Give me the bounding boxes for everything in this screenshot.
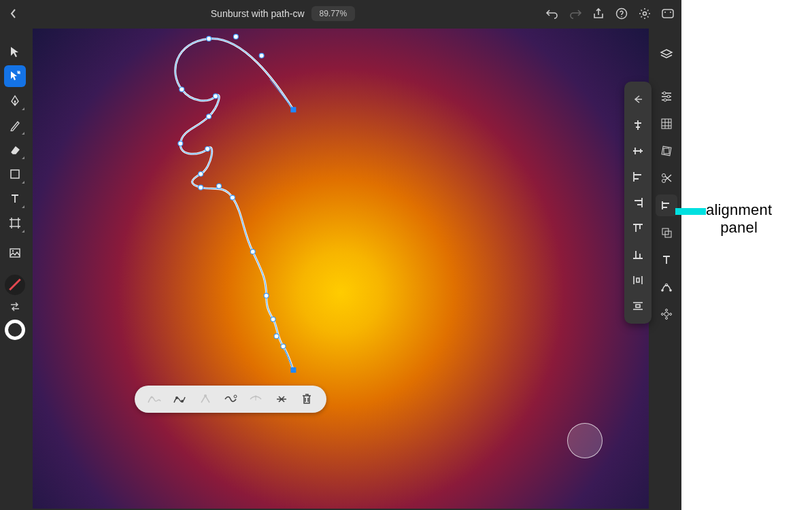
share-button[interactable] <box>592 7 605 20</box>
align-bottom-icon[interactable] <box>628 242 648 267</box>
svg-point-22 <box>199 171 203 176</box>
grid-icon[interactable] <box>656 113 677 135</box>
arrow-left-icon[interactable] <box>628 87 648 112</box>
join-btn[interactable] <box>197 390 214 408</box>
precision-icon[interactable] <box>656 140 677 162</box>
canvas-wrap <box>30 27 652 510</box>
svg-point-5 <box>670 12 671 13</box>
svg-point-20 <box>178 141 183 146</box>
direct-select-tool[interactable] <box>4 65 26 87</box>
align-horizontal-center2-icon[interactable] <box>628 139 648 163</box>
pathfinder-icon[interactable] <box>656 222 677 243</box>
svg-rect-31 <box>290 107 296 112</box>
main-area <box>0 27 681 510</box>
svg-point-27 <box>264 293 269 298</box>
alignment-panel <box>624 82 652 324</box>
svg-point-4 <box>664 12 666 13</box>
svg-rect-44 <box>664 148 669 154</box>
svg-point-16 <box>259 53 264 58</box>
svg-rect-43 <box>662 146 671 156</box>
distribute-horizontal-icon[interactable] <box>628 268 648 292</box>
undo-button[interactable] <box>545 7 559 20</box>
svg-rect-10 <box>10 249 20 257</box>
annotation-text-2: panel <box>706 219 772 237</box>
stroke-swatch[interactable] <box>5 320 25 340</box>
scissors-icon[interactable] <box>656 167 677 189</box>
remove-anchor-btn[interactable] <box>273 390 290 408</box>
settings-button[interactable] <box>638 7 652 20</box>
text-tool[interactable] <box>4 188 26 209</box>
svg-point-41 <box>664 99 666 101</box>
back-button[interactable] <box>7 8 20 19</box>
svg-point-1 <box>621 16 622 18</box>
svg-point-54 <box>666 318 668 320</box>
align-right-icon[interactable] <box>628 190 648 215</box>
svg-point-46 <box>662 180 666 183</box>
svg-point-40 <box>667 95 670 98</box>
svg-point-15 <box>233 34 238 39</box>
delete-btn[interactable] <box>298 390 316 408</box>
fullscreen-button[interactable] <box>661 7 675 20</box>
topbar: Sunburst with path-cw 89.77% <box>0 0 681 27</box>
svg-point-35 <box>181 400 184 403</box>
svg-line-12 <box>270 80 294 110</box>
eraser-tool[interactable] <box>4 139 26 160</box>
svg-point-45 <box>662 174 666 177</box>
svg-point-25 <box>230 195 235 200</box>
select-tool[interactable] <box>4 41 26 63</box>
svg-point-49 <box>661 289 664 292</box>
properties-icon[interactable] <box>656 86 677 107</box>
swap-swatches[interactable] <box>9 302 21 311</box>
svg-point-39 <box>663 92 666 95</box>
svg-rect-9 <box>12 220 18 226</box>
app-window: Sunburst with path-cw 89.77% <box>0 0 681 510</box>
svg-rect-3 <box>662 10 673 18</box>
simplify-path-btn[interactable] <box>146 390 163 408</box>
shape-tool[interactable] <box>4 163 26 185</box>
align-left-icon[interactable] <box>628 165 648 189</box>
svg-point-55 <box>662 313 664 316</box>
svg-point-21 <box>205 147 210 152</box>
canvas[interactable] <box>33 29 649 509</box>
svg-point-36 <box>204 394 207 397</box>
zoom-level[interactable]: 89.77% <box>311 6 356 21</box>
align-icon[interactable] <box>656 194 677 216</box>
pen-tool[interactable] <box>4 90 26 112</box>
align-top-icon[interactable] <box>628 216 648 241</box>
layers-icon[interactable] <box>656 44 677 65</box>
path-panel-icon[interactable] <box>656 276 677 298</box>
artboard-tool[interactable] <box>4 212 26 234</box>
appearance-icon[interactable] <box>656 303 677 325</box>
place-image-tool[interactable] <box>4 242 26 264</box>
svg-rect-42 <box>662 119 671 129</box>
distribute-vertical-icon[interactable] <box>628 294 648 318</box>
svg-point-17 <box>180 87 184 92</box>
svg-point-33 <box>150 396 152 398</box>
svg-point-30 <box>281 344 286 349</box>
svg-point-14 <box>207 36 212 41</box>
circle-shape[interactable] <box>567 423 603 458</box>
convert-anchor-btn[interactable] <box>171 390 188 408</box>
annotation-label: alignment panel <box>706 201 772 237</box>
type-panel-icon[interactable] <box>656 249 677 271</box>
svg-point-6 <box>18 72 20 74</box>
svg-line-13 <box>284 350 293 370</box>
svg-point-29 <box>274 334 279 339</box>
right-toolbar <box>652 27 681 510</box>
left-toolbar <box>0 27 30 510</box>
cut-path-btn[interactable] <box>247 390 265 408</box>
redo-button[interactable] <box>569 7 582 20</box>
svg-point-53 <box>666 309 668 311</box>
svg-point-2 <box>643 12 647 16</box>
fill-swatch[interactable] <box>5 275 25 295</box>
svg-point-50 <box>669 289 672 292</box>
pencil-tool[interactable] <box>4 114 26 136</box>
svg-point-24 <box>217 184 222 188</box>
smooth-btn[interactable] <box>222 390 239 408</box>
svg-point-7 <box>14 101 16 103</box>
align-horizontal-center-icon[interactable] <box>628 113 648 137</box>
help-button[interactable] <box>615 7 628 20</box>
svg-rect-8 <box>11 170 19 178</box>
svg-point-52 <box>664 312 669 316</box>
annotation-text-1: alignment <box>706 201 772 219</box>
